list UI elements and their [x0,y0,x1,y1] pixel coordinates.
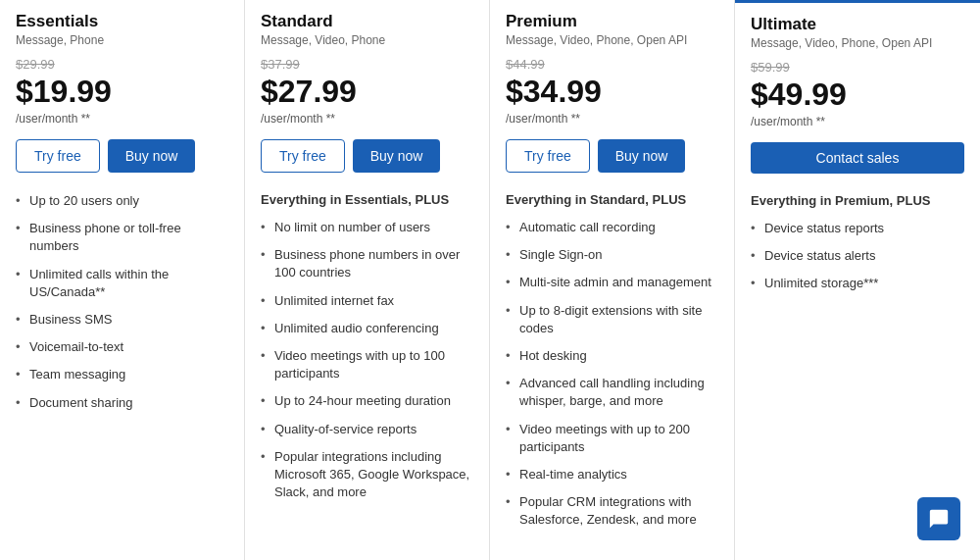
original-price-ultimate: $59.99 [751,60,964,75]
feature-list-ultimate: Device status reportsDevice status alert… [751,220,964,293]
feature-item: Business phone or toll-free numbers [16,220,228,255]
feature-item: Unlimited internet fax [261,292,473,310]
plan-subtitle-premium: Message, Video, Phone, Open API [506,33,718,47]
plan-name-premium: Premium [506,12,718,31]
try-free-button-essentials[interactable]: Try free [16,139,100,173]
contact-sales-button[interactable]: Contact sales [751,142,964,174]
btn-row-essentials: Try free Buy now [16,139,228,173]
current-price-ultimate: $49.99 [751,76,964,113]
feature-item: Hot desking [506,347,718,365]
feature-list-premium: Automatic call recordingSingle Sign-onMu… [506,219,718,529]
try-free-button-premium[interactable]: Try free [506,139,590,173]
plan-name-essentials: Essentials [16,12,228,31]
feature-item: Business phone numbers in over 100 count… [261,246,473,281]
buy-now-button-premium[interactable]: Buy now [598,139,686,173]
feature-item: Unlimited calls within the US/Canada** [16,266,228,301]
feature-item: Business SMS [16,311,228,329]
feature-item: No limit on number of users [261,219,473,236]
plan-subtitle-standard: Message, Video, Phone [261,33,473,47]
plan-name-standard: Standard [261,12,473,31]
pricing-grid: Essentials Message, Phone $29.99 $19.99 … [0,0,980,560]
section-label-standard: Everything in Essentials, PLUS [261,192,473,207]
current-price-premium: $34.99 [506,74,718,110]
btn-row-ultimate: Contact sales [751,142,964,174]
feature-item: Device status reports [751,220,964,237]
original-price-essentials: $29.99 [16,57,228,72]
plan-name-ultimate: Ultimate [751,15,964,34]
feature-item: Team messaging [16,366,228,383]
feature-item: Popular CRM integrations with Salesforce… [506,493,718,529]
feature-item: Video meetings with up to 100 participan… [261,347,473,382]
plan-col-essentials: Essentials Message, Phone $29.99 $19.99 … [0,0,245,560]
original-price-standard: $37.99 [261,57,473,72]
price-note-standard: /user/month ** [261,112,473,126]
btn-row-standard: Try free Buy now [261,139,473,173]
plan-subtitle-ultimate: Message, Video, Phone, Open API [751,36,964,50]
feature-item: Device status alerts [751,247,964,265]
feature-item: Single Sign-on [506,246,718,264]
price-note-premium: /user/month ** [506,112,718,126]
chat-bubble[interactable] [917,497,960,540]
buy-now-button-standard[interactable]: Buy now [353,139,441,173]
feature-item: Advanced call handling including whisper… [506,375,718,410]
plan-col-standard: Standard Message, Video, Phone $37.99 $2… [245,0,490,560]
feature-item: Unlimited storage*** [751,275,964,292]
plan-subtitle-essentials: Message, Phone [16,33,228,47]
feature-item: Popular integrations including Microsoft… [261,448,473,502]
feature-item: Up to 20 users only [16,192,228,210]
feature-item: Video meetings with up to 200 participan… [506,421,718,456]
current-price-standard: $27.99 [261,74,473,110]
try-free-button-standard[interactable]: Try free [261,139,345,173]
price-note-ultimate: /user/month ** [751,115,964,128]
feature-item: Voicemail-to-text [16,338,228,356]
price-note-essentials: /user/month ** [16,112,228,126]
plan-col-ultimate: Ultimate Message, Video, Phone, Open API… [735,0,980,560]
btn-row-premium: Try free Buy now [506,139,718,173]
feature-item: Document sharing [16,394,228,412]
feature-item: Real-time analytics [506,466,718,484]
feature-item: Unlimited audio conferencing [261,320,473,337]
feature-item: Multi-site admin and management [506,274,718,291]
plan-col-premium: Premium Message, Video, Phone, Open API … [490,0,735,560]
section-label-ultimate: Everything in Premium, PLUS [751,193,964,208]
feature-item: Up to 24-hour meeting duration [261,392,473,410]
current-price-essentials: $19.99 [16,74,228,110]
feature-list-standard: No limit on number of usersBusiness phon… [261,219,473,501]
feature-item: Automatic call recording [506,219,718,236]
section-label-premium: Everything in Standard, PLUS [506,192,718,207]
original-price-premium: $44.99 [506,57,718,72]
feature-item: Quality-of-service reports [261,421,473,438]
feature-item: Up to 8-digit extensions with site codes [506,302,718,337]
buy-now-button-essentials[interactable]: Buy now [108,139,196,173]
feature-list-essentials: Up to 20 users onlyBusiness phone or tol… [16,192,228,412]
